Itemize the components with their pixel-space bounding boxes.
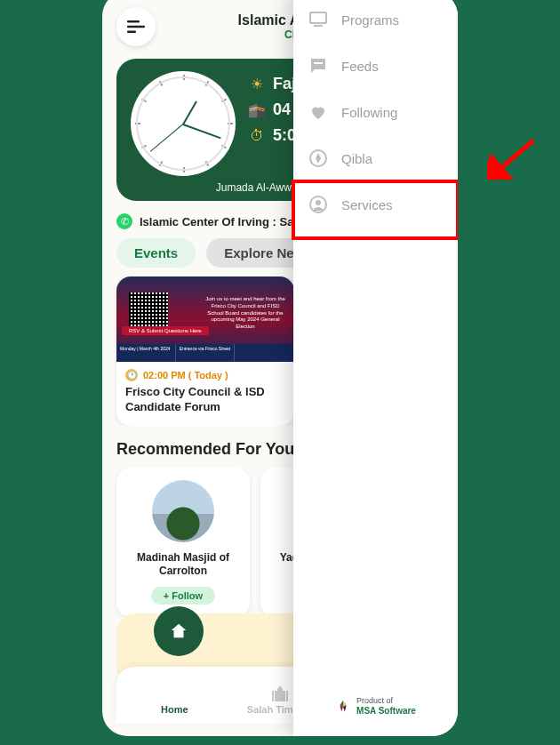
whatsapp-icon: ✆ xyxy=(116,213,132,229)
hamburger-icon xyxy=(127,20,145,33)
svg-rect-2 xyxy=(127,31,136,33)
tab-events[interactable]: Events xyxy=(116,238,196,268)
org-name: Madinah Masjid of Carrolton xyxy=(125,551,241,580)
person-icon: 🕋 xyxy=(248,101,266,119)
event-title: Frisco City Council & ISD Candidate Foru… xyxy=(125,385,285,415)
menu-button[interactable] xyxy=(116,7,156,46)
event-banner-text: Join us to meet and hear from the Frisco… xyxy=(205,296,285,331)
drawer-label: Following xyxy=(341,105,397,120)
drawer-item-qibla[interactable]: Qibla xyxy=(293,135,458,181)
drawer-label: Qibla xyxy=(341,151,372,166)
svg-rect-0 xyxy=(127,20,140,22)
svg-line-9 xyxy=(496,140,533,172)
drawer-item-programs[interactable]: Programs xyxy=(293,0,458,43)
svg-rect-1 xyxy=(127,26,145,28)
home-icon xyxy=(169,621,188,641)
sunrise-icon: ☀ xyxy=(248,76,266,93)
heart-icon xyxy=(308,101,329,123)
drawer-item-feeds[interactable]: Feeds xyxy=(293,43,458,89)
next-icon: ⏱ xyxy=(248,127,266,145)
drawer-label: Feeds xyxy=(341,59,379,74)
event-time: 02:00 PM ( Today ) xyxy=(143,370,228,381)
services-icon xyxy=(308,194,329,215)
event-card[interactable]: Join us to meet and hear from the Frisco… xyxy=(116,276,294,426)
svg-rect-5 xyxy=(314,62,323,64)
nav-home[interactable]: Home xyxy=(122,683,228,715)
event-ribbon: RSV & Submit Questions Here xyxy=(122,326,209,335)
app-screen: Islamic Association Change ☀Fajr 🕋04 ⏱5:… xyxy=(102,0,458,736)
org-avatar xyxy=(152,480,214,542)
ticker-text: Islamic Center Of Irving : Sala xyxy=(140,215,303,228)
event-image: Join us to meet and hear from the Frisco… xyxy=(116,276,294,362)
programs-icon xyxy=(308,9,329,30)
clock-icon: 🕐 xyxy=(125,369,138,381)
drawer-item-following[interactable]: Following xyxy=(293,89,458,135)
drawer-item-services[interactable]: Services xyxy=(293,181,458,238)
msa-logo-icon xyxy=(335,699,351,715)
svg-rect-3 xyxy=(310,12,326,23)
recommended-card[interactable]: Madinah Masjid of Carrolton + Follow xyxy=(116,468,250,617)
side-drawer: Programs Feeds Following Qibla Services … xyxy=(293,0,458,736)
iqamah-time: 04 xyxy=(273,100,291,119)
compass-icon xyxy=(308,148,329,169)
annotation-arrow xyxy=(487,135,540,180)
home-fab[interactable] xyxy=(154,606,204,656)
svg-rect-4 xyxy=(314,25,323,27)
drawer-label: Services xyxy=(341,197,393,212)
drawer-label: Programs xyxy=(341,12,399,28)
follow-button[interactable]: + Follow xyxy=(151,587,215,605)
svg-point-8 xyxy=(316,200,321,205)
analog-clock xyxy=(131,71,236,176)
drawer-footer: Product ofMSA Software xyxy=(293,697,458,717)
feeds-icon xyxy=(308,55,329,76)
